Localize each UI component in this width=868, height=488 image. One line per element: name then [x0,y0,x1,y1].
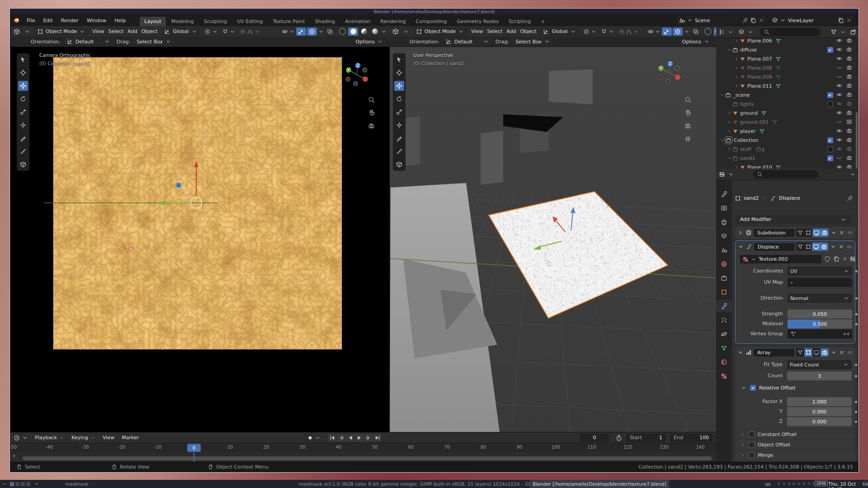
add-workspace-tab[interactable]: + [536,17,549,26]
properties-tab-physics[interactable] [716,328,732,340]
tool-rotate[interactable] [394,94,404,104]
tool-transform[interactable] [394,120,404,130]
shading-solid-button[interactable] [348,28,358,36]
render-visibility-icon[interactable] [846,38,852,43]
editmode-toggle[interactable] [804,229,812,237]
subpanel-checkbox[interactable] [749,432,755,437]
expand-icon[interactable] [734,56,740,61]
delete-modifier-icon[interactable] [839,349,845,356]
tray-icon[interactable] [807,481,811,486]
strength-field[interactable]: 0.050 [788,310,852,319]
exclude-checkbox[interactable] [827,92,833,98]
hand-icon[interactable] [368,109,375,117]
properties-tab-modifiers[interactable] [716,300,732,312]
clock[interactable]: Thu, 10 Oct 15:47 [828,481,868,488]
tool-scale[interactable] [394,107,404,117]
chevron-down-icon[interactable] [608,28,614,35]
pager-desktop-1[interactable] [10,482,14,486]
outliner-row-plane-010[interactable]: Plane.010 [716,163,859,169]
tray-icon[interactable] [787,481,791,486]
tool-annotate[interactable] [18,133,28,143]
outliner-row-plane-007[interactable]: Plane.007 [716,54,859,63]
drag-handle-icon[interactable] [847,349,853,356]
animate-dot[interactable] [855,313,858,315]
proportional-editing-icon[interactable] [618,28,625,35]
properties-tab-viewlayer[interactable] [716,230,732,242]
factor-y-field[interactable]: 0.000 [787,407,852,416]
midlevel-slider[interactable]: 0.500 [788,319,852,328]
workspace-tab-animation[interactable]: Animation [340,17,375,26]
orientation-dropdown[interactable]: Default [64,38,113,46]
timeline-menu-keying[interactable]: Keying [69,434,98,442]
chevron-down-icon[interactable] [590,28,597,35]
tool-tweak-select[interactable] [18,55,28,65]
jump-to-start-button[interactable] [328,434,336,441]
viewport-camera[interactable]: YZ Camera Orthographic (0) Collection | … [11,26,390,432]
properties-tab-data[interactable] [716,342,732,354]
proportional-falloff-icon[interactable] [626,28,632,35]
frame-end-field[interactable]: End100 [670,434,712,442]
drag-dropdown[interactable]: Select Box [513,38,553,46]
viewport-menu-add[interactable]: Add [506,28,516,34]
properties-search[interactable] [753,170,818,178]
outliner-row--scene[interactable]: _scene [716,90,859,99]
tool-cursor[interactable] [18,68,28,78]
eye-open-icon[interactable] [836,128,842,134]
menu-file[interactable]: File [23,18,39,23]
hand-icon[interactable] [684,109,691,117]
render-visibility-icon[interactable] [846,146,852,152]
fake-user-icon[interactable] [824,256,830,262]
viewport-menu-add[interactable]: Add [127,28,137,34]
exclude-checkbox[interactable] [827,47,833,53]
properties-tab-collection[interactable] [716,272,732,284]
animate-dot[interactable] [855,297,858,300]
render-toggle[interactable] [820,243,828,251]
outliner-row-ground[interactable]: ground [716,108,859,117]
realtime-toggle[interactable] [812,229,821,237]
eye-closed-icon[interactable] [836,74,842,80]
animate-dot[interactable] [855,421,857,423]
snap-icon[interactable] [601,28,607,35]
chevron-down-icon[interactable] [22,435,28,441]
direction-dropdown[interactable]: Normal [788,294,852,303]
modifier-name-field[interactable]: Subdivision [754,229,794,237]
extras-icon[interactable] [830,349,837,356]
tray-icon[interactable] [802,481,806,486]
render-visibility-icon[interactable] [846,56,852,61]
animate-dot[interactable] [855,270,858,272]
scene-selector[interactable]: Scene [676,16,767,25]
chevron-down-icon[interactable] [24,28,30,35]
display-mode-icon[interactable] [738,29,745,35]
next-keyframe-button[interactable] [364,434,373,441]
new-scene-icon[interactable] [750,17,756,23]
proportional-falloff-icon[interactable] [247,28,253,35]
drag-handle-icon[interactable] [847,230,853,236]
chevron-down-icon[interactable] [849,171,856,178]
xray-toggle[interactable] [325,28,335,36]
auto-keying-icon[interactable] [307,435,313,441]
show-gizmo-toggle[interactable] [662,28,672,36]
properties-editor-icon[interactable] [719,171,725,178]
chevron-down-icon[interactable] [727,29,734,35]
modifier-name-field[interactable]: Displace [754,243,794,251]
nav-gizmo[interactable]: YZ [346,63,368,86]
play-button[interactable] [355,434,363,441]
outliner-row-plane-008[interactable]: Plane.008 [716,63,859,72]
outliner-search[interactable] [760,28,821,36]
relative-offset-checkbox[interactable] [750,385,756,391]
collapse-icon[interactable] [737,349,744,356]
show-texture-properties-icon[interactable] [849,256,856,262]
tray-icon[interactable] [777,481,781,486]
show-gizmo-toggle[interactable] [296,28,306,36]
outliner-row-plane-009[interactable]: Plane.009 [716,72,859,81]
menu-render[interactable]: Render [57,18,83,23]
taskbar-window-roadmask[interactable]: roadmask [62,480,91,488]
use-preview-range-icon[interactable] [616,435,622,441]
viewport-menu-select[interactable]: Select [108,28,123,34]
exclude-checkbox[interactable] [827,155,833,161]
proportional-editing-icon[interactable] [240,28,246,35]
extras-icon[interactable] [830,230,837,236]
expand-icon[interactable] [741,453,745,458]
transform-orientation-dropdown[interactable]: Global [540,28,579,36]
pivot-point-icon[interactable] [204,28,211,35]
